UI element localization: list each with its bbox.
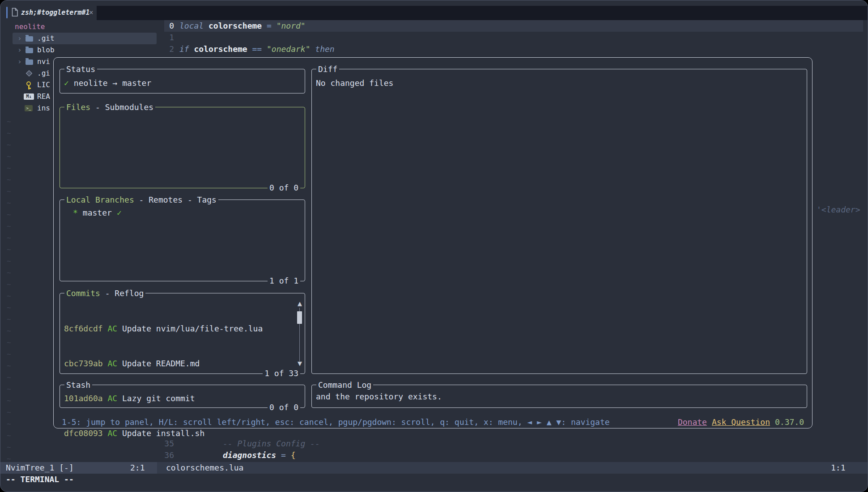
current-branch-star-icon: * — [73, 207, 78, 219]
branch-row-master[interactable]: * master ✓ — [73, 207, 122, 219]
line-number: 1 — [164, 32, 174, 43]
status-repo-row[interactable]: ✓ neolite → master — [64, 77, 151, 89]
keyword-token: if — [179, 43, 189, 55]
active-tab-indicator — [6, 7, 8, 18]
statusline-filename: colorschemes.lua — [166, 462, 243, 474]
statusline-buffer-name: NvimTree_1 [-] — [6, 462, 74, 474]
commit-hash: 8cf6dcdf — [64, 323, 103, 335]
keyword-token: then — [315, 43, 334, 55]
tree-item-label: .gi — [37, 68, 50, 79]
tree-item-label: nvi — [37, 56, 50, 68]
chevron-right-icon[interactable]: › — [17, 33, 22, 44]
folder-icon — [26, 48, 33, 53]
commit-author: AC — [108, 358, 118, 369]
commits-tab-active[interactable]: Commits — [66, 288, 100, 298]
lazygit-branches-panel[interactable]: Local Branches - Remotes - Tags * master… — [60, 199, 305, 281]
commit-row[interactable]: cbc739abACUpdate README.md — [64, 358, 263, 369]
tilde-column: ~~~~~~~~~~~~~~~~~~~~~~~~~~~~~~ — [7, 116, 11, 465]
lazygit-float-window: Status ✓ neolite → master Files - Submod… — [53, 57, 813, 428]
stash-panel-title: Stash — [64, 379, 92, 391]
statusline-cursor-position: 1:1 — [831, 462, 846, 474]
keybind-hints: 1-5: jump to panel, H/L: scroll left/rig… — [62, 417, 610, 427]
commits-panel-title: Commits - Reflog — [64, 288, 145, 299]
tree-root-folder[interactable]: neolite — [15, 21, 45, 33]
reflog-tab[interactable]: - Reflog — [100, 288, 144, 298]
file-icon — [11, 8, 18, 19]
variable-token: colorscheme — [194, 43, 247, 55]
tree-item-label: LIC — [37, 79, 50, 91]
commit-message: Update nvim/lua/file-tree.lua — [122, 323, 263, 335]
tree-item-label: blob — [37, 44, 55, 56]
neovim-window: zsh;#toggleterm#1 × neolite › .git › blo… — [0, 0, 868, 492]
tree-item-label: .git — [37, 33, 55, 44]
statusline: NvimTree_1 [-] 2:1 colorschemes.lua 1:1 — [0, 462, 868, 474]
repo-branch-text: neolite → master — [74, 77, 151, 89]
chevron-right-icon[interactable]: › — [17, 56, 22, 68]
scrollbar-thumb[interactable] — [297, 311, 302, 324]
commit-row[interactable]: dfc08093ACUpdate install.sh — [64, 428, 263, 439]
statusline-tree-position: 2:1 — [130, 462, 145, 474]
diff-empty-message: No changed files — [316, 77, 393, 89]
operator-token: = — [281, 450, 286, 461]
gitignore-icon — [26, 70, 32, 76]
string-token: "nord" — [277, 20, 306, 32]
lazygit-stash-panel[interactable]: Stash 0 of 0 — [60, 385, 305, 408]
key-icon — [26, 81, 31, 86]
commit-message: Update install.sh — [122, 428, 204, 439]
commit-row[interactable]: 8cf6dcdfACUpdate nvim/lua/file-tree.lua — [64, 323, 263, 335]
markdown-icon: M↓ — [24, 93, 34, 100]
tree-item-label: REA — [37, 91, 50, 102]
tab-close-icon[interactable]: × — [89, 7, 94, 18]
mode-indicator: -- TERMINAL -- — [6, 474, 74, 485]
lazygit-bottom-bar: 1-5: jump to panel, H/L: scroll left/rig… — [62, 416, 804, 428]
tree-item-git-folder[interactable]: › .git — [0, 33, 162, 44]
line-number: 2 — [164, 43, 174, 55]
variable-token: colorscheme — [208, 20, 262, 32]
ask-question-link[interactable]: Ask Question — [712, 416, 770, 428]
tab-terminal-toggleterm[interactable]: zsh;#toggleterm#1 — [21, 7, 90, 18]
remotes-tags-tabs[interactable]: - Remotes - Tags — [134, 195, 217, 204]
branches-count: 1 of 1 — [268, 275, 300, 287]
check-icon: ✓ — [117, 207, 122, 219]
scroll-up-icon[interactable]: ▲ — [297, 301, 303, 307]
lazygit-files-panel[interactable]: Files - Submodules 0 of 0 — [60, 107, 305, 188]
terminal-icon: >_ — [25, 105, 33, 111]
commit-author: AC — [108, 323, 118, 335]
files-tab-active[interactable]: Files — [66, 102, 90, 112]
lazygit-version: 0.37.0 — [775, 416, 804, 428]
commit-author: AC — [108, 428, 118, 439]
diff-panel-title: Diff — [316, 64, 339, 75]
check-icon: ✓ — [64, 77, 69, 89]
commits-count: 1 of 33 — [263, 368, 300, 379]
branch-name: master — [83, 207, 112, 219]
command-log-message: and the repository exists. — [316, 391, 442, 403]
branches-panel-title: Local Branches - Remotes - Tags — [64, 194, 218, 206]
leader-key-hint: '<leader> — [817, 204, 860, 216]
files-panel-title: Files - Submodules — [64, 102, 155, 113]
scroll-down-icon[interactable]: ▼ — [297, 361, 303, 367]
code-line-2[interactable]: if colorscheme == "onedark" then — [179, 43, 335, 55]
tabline-background — [97, 6, 868, 20]
brace-token: { — [291, 450, 296, 461]
donate-link[interactable]: Donate — [678, 416, 707, 428]
line-number: 0 — [164, 20, 174, 32]
folder-icon — [26, 36, 33, 42]
submodules-tab[interactable]: - Submodules — [90, 102, 153, 112]
commit-hash: dfc08093 — [64, 428, 103, 439]
chevron-right-icon[interactable]: › — [17, 44, 22, 56]
stash-count: 0 of 0 — [268, 402, 300, 413]
commits-scrollbar[interactable]: ▲ ▼ — [296, 301, 303, 369]
operator-token: = — [267, 20, 272, 32]
local-branches-tab-active[interactable]: Local Branches — [66, 195, 134, 204]
lazygit-diff-panel[interactable]: Diff No changed files — [311, 69, 807, 374]
tree-item-blob-folder[interactable]: › blob — [0, 44, 162, 56]
files-count: 0 of 0 — [268, 182, 300, 194]
tree-item-label: ins — [37, 102, 50, 114]
commit-message: Update README.md — [122, 358, 200, 369]
commit-hash: cbc739ab — [64, 358, 103, 369]
string-token: "onedark" — [267, 43, 311, 55]
lazygit-commits-panel[interactable]: Commits - Reflog 8cf6dcdfACUpdate nvim/l… — [60, 293, 305, 374]
code-line-0[interactable]: local colorscheme = "nord" — [179, 20, 306, 32]
lazygit-status-panel[interactable]: Status ✓ neolite → master — [60, 69, 305, 93]
lazygit-command-log-panel[interactable]: Command Log and the repository exists. — [311, 385, 807, 408]
